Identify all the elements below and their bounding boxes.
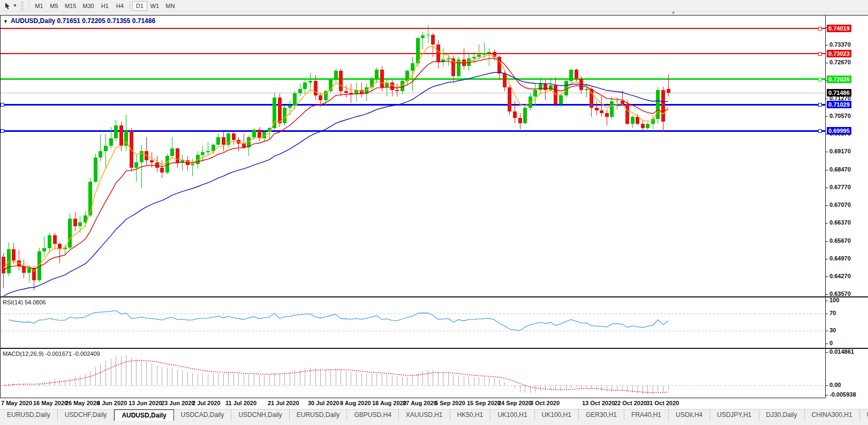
candle-body bbox=[201, 152, 205, 155]
symbol-tab-china300-16[interactable]: CHINA300,H1 bbox=[805, 409, 860, 421]
main-price-chart[interactable] bbox=[1, 16, 825, 296]
rsi-panel-chart[interactable] bbox=[1, 297, 825, 348]
date-axis-label: 8 Aug 2020 bbox=[340, 400, 371, 406]
symbol-tab-usdcnh-4[interactable]: USDCNH,Daily bbox=[231, 409, 289, 421]
price-axis[interactable]: 0.740700.733700.726700.719700.712700.705… bbox=[825, 16, 868, 398]
timeframe-button-h4[interactable]: H4 bbox=[112, 1, 127, 11]
candle-body bbox=[426, 35, 430, 35]
candle-body bbox=[222, 137, 225, 145]
line-handle[interactable] bbox=[1, 103, 4, 107]
candle-body bbox=[539, 84, 542, 90]
panel-separator[interactable] bbox=[1, 296, 868, 297]
symbol-tab-hk50-8[interactable]: HK50,H1 bbox=[450, 409, 491, 421]
candle-body bbox=[559, 95, 563, 105]
candle-body bbox=[472, 57, 476, 58]
timeframe-button-m5[interactable]: M5 bbox=[47, 1, 62, 11]
candle-body bbox=[615, 101, 619, 101]
timeframe-button-mn[interactable]: MN bbox=[162, 1, 178, 11]
candle-body bbox=[2, 257, 5, 273]
candle-body bbox=[329, 80, 333, 91]
date-axis[interactable]: 7 May 202016 May 202026 May 20204 Jun 20… bbox=[0, 398, 868, 409]
line-handle[interactable] bbox=[1, 129, 4, 133]
line-handle[interactable] bbox=[818, 129, 822, 133]
symbol-tab-usdcad-3[interactable]: USDCAD,Daily bbox=[174, 409, 232, 421]
line-handle[interactable] bbox=[818, 103, 822, 107]
date-axis-label: 5 Sep 2020 bbox=[435, 400, 465, 406]
symbol-tab-usoil-13[interactable]: USOil,H4 bbox=[669, 409, 710, 421]
trading-app-window: ▼ M1M5M15M30H1H4D1W1MN ▼ ▼AUDUSD,Daily 0… bbox=[0, 0, 868, 425]
symbol-tab-usoil-17[interactable]: USOil,H1 bbox=[860, 409, 868, 421]
axis-tick-mark bbox=[826, 395, 828, 396]
candle-body bbox=[411, 63, 414, 71]
candle-body bbox=[160, 168, 164, 173]
symbol-tab-ger30-11[interactable]: GER30,H1 bbox=[579, 409, 624, 421]
timeframe-button-h1[interactable]: H1 bbox=[97, 1, 112, 11]
candle-body bbox=[53, 235, 57, 244]
cursor-tool-icon[interactable] bbox=[2, 1, 13, 11]
candle-body bbox=[150, 160, 154, 163]
symbol-tab-usdchf-1[interactable]: USDCHF,Daily bbox=[58, 409, 115, 421]
timeframe-button-m30[interactable]: M30 bbox=[79, 1, 97, 11]
date-axis-label: 24 Sep 2020 bbox=[498, 400, 532, 406]
line-handle[interactable] bbox=[818, 78, 822, 81]
symbol-tab-eurusd-0[interactable]: EURUSD,Daily bbox=[0, 409, 58, 421]
date-axis-label: 13 Jun 2020 bbox=[129, 400, 162, 406]
price-axis-tick: 0.67070 bbox=[829, 202, 851, 208]
symbol-tab-fra40-12[interactable]: FRA40,H1 bbox=[624, 409, 669, 421]
candle-body bbox=[349, 93, 353, 94]
date-axis-label: 23 Jun 2020 bbox=[161, 400, 194, 406]
symbol-tab-audusd-2[interactable]: AUDUSD,Daily bbox=[114, 409, 173, 421]
toolbar-grip-handle[interactable] bbox=[21, 2, 24, 10]
candle-body bbox=[42, 248, 46, 251]
timeframe-button-w1[interactable]: W1 bbox=[147, 1, 163, 11]
symbol-tab-usdjpy-14[interactable]: USDJPY,H1 bbox=[710, 409, 759, 421]
symbol-tab-dj30-15[interactable]: DJ30,Daily bbox=[759, 409, 805, 421]
candle-body bbox=[390, 83, 394, 90]
panel-separator[interactable] bbox=[1, 348, 868, 349]
symbol-tab-uk100-9[interactable]: UK100,H1 bbox=[490, 409, 534, 421]
timeframe-button-d1[interactable]: D1 bbox=[132, 1, 147, 11]
symbol-tab-uk100-10[interactable]: UK100,H1 bbox=[535, 409, 579, 421]
candle-body bbox=[508, 87, 511, 111]
toolbar-separator bbox=[130, 1, 130, 10]
macd-panel-chart[interactable] bbox=[1, 349, 825, 398]
price-label-badge: 0.74019 bbox=[827, 25, 851, 32]
candle-body bbox=[27, 268, 31, 273]
candle-body bbox=[99, 151, 102, 158]
rsi-axis-tick: 70 bbox=[829, 310, 836, 316]
chart-ohlc-text: AUDUSD,Daily 0.71651 0.72205 0.71355 0.7… bbox=[11, 17, 155, 25]
timeframe-buttons: M1M5M15M30H1H4D1W1MN bbox=[27, 1, 178, 11]
candle-body bbox=[298, 89, 302, 93]
line-handle[interactable] bbox=[818, 27, 822, 31]
symbol-tab-eurusd-5[interactable]: EURUSD,Daily bbox=[290, 409, 348, 421]
candle-body bbox=[293, 93, 297, 106]
symbol-tab-xauusd-7[interactable]: XAUUSD,H1 bbox=[399, 409, 450, 421]
axis-tick-mark bbox=[826, 205, 828, 206]
timeframe-toolbar: ▼ M1M5M15M30H1H4D1W1MN bbox=[0, 0, 868, 12]
chart-dropdown-icon[interactable]: ▼ bbox=[3, 19, 8, 24]
candle-body bbox=[48, 235, 51, 249]
dropdown-caret-icon[interactable]: ▼ bbox=[13, 3, 17, 8]
timeframe-button-m1[interactable]: M1 bbox=[32, 1, 47, 11]
timeframe-button-m15[interactable]: M15 bbox=[62, 1, 79, 11]
date-axis-label: 21 Jul 2020 bbox=[268, 400, 299, 406]
candle-body bbox=[283, 108, 286, 123]
date-axis-label: 26 May 2020 bbox=[65, 400, 100, 406]
chart-tab-bar: EURUSD,DailyUSDCHF,DailyAUDUSD,DailyUSDC… bbox=[0, 409, 868, 425]
candle-body bbox=[380, 70, 384, 87]
candle-body bbox=[523, 108, 527, 123]
line-handle[interactable] bbox=[818, 52, 822, 56]
axis-tick-mark bbox=[826, 385, 828, 386]
candle-body bbox=[314, 81, 318, 95]
price-label-badge: 0.69995 bbox=[827, 127, 851, 135]
candle-body bbox=[421, 35, 425, 38]
date-axis-label: 7 May 2020 bbox=[1, 400, 32, 406]
candle-body bbox=[513, 111, 517, 118]
price-axis-tick: 0.66370 bbox=[829, 219, 851, 226]
candle-body bbox=[646, 124, 650, 129]
macd-indicator-label: MACD(12,26,9) -0.001671 -0.002409 bbox=[3, 351, 100, 357]
axis-tick-mark bbox=[826, 223, 828, 223]
axis-tick-mark bbox=[826, 152, 828, 152]
candle-body bbox=[339, 71, 343, 91]
symbol-tab-gbpusd-6[interactable]: GBPUSD,H4 bbox=[347, 409, 398, 421]
